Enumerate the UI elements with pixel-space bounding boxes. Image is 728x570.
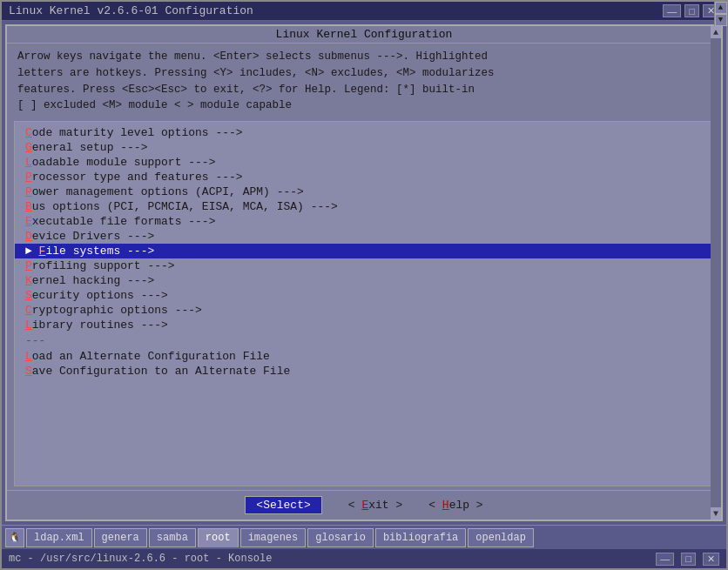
select-button[interactable]: <Select>: [245, 496, 321, 514]
menu-item-save-config[interactable]: Save Configuration to an Alternate File: [15, 364, 713, 379]
menu-item-security-options[interactable]: Security options --->: [15, 288, 713, 303]
scrollbar-track: [711, 38, 721, 507]
window-title: Linux Kernel v2.6.6-01 Configuration: [9, 4, 253, 17]
info-line-4: [ ] excluded <M> module < > module capab…: [17, 97, 711, 114]
scroll-up-button[interactable]: ▲: [711, 26, 721, 38]
taskbar: 🐧ldap.xmlgenerasambarootimagenesglosario…: [2, 525, 726, 549]
menu-item-general-setup[interactable]: General setup --->: [15, 140, 713, 155]
terminal-area: Linux Kernel Configuration Arrow keys na…: [2, 21, 726, 525]
menu-item-power-management[interactable]: Power management options (ACPI, APM) ---…: [15, 184, 713, 199]
menu-item-executable-formats[interactable]: Executable file formats --->: [15, 214, 713, 229]
status-minimize[interactable]: —: [656, 553, 674, 566]
taskbar-tab-root[interactable]: root: [198, 528, 239, 547]
menu-item-device-drivers[interactable]: Device Drivers --->: [15, 229, 713, 244]
menu-item-file-systems[interactable]: ► File systems --->: [15, 244, 713, 258]
outer-scroll-down[interactable]: ▼: [715, 14, 727, 26]
info-line-3: features. Press <Esc><Esc> to exit, <?> …: [17, 82, 711, 98]
status-close[interactable]: ✕: [703, 553, 719, 566]
menu-item-profiling-support[interactable]: Profiling support --->: [15, 258, 713, 273]
taskbar-tab-openldap[interactable]: openldap: [468, 528, 534, 547]
menu-item-cryptographic-options[interactable]: Cryptographic options --->: [15, 303, 713, 318]
menu-item-load-config[interactable]: Load an Alternate Configuration File: [15, 349, 713, 364]
scroll-down-button[interactable]: ▼: [711, 507, 721, 520]
button-row: <Select> < Exit > < Help >: [7, 490, 721, 520]
help-button[interactable]: < Help >: [428, 499, 482, 512]
taskbar-icon: 🐧: [5, 528, 24, 547]
minimize-button[interactable]: —: [663, 4, 681, 17]
taskbar-tab-glosario[interactable]: glosario: [307, 528, 374, 547]
taskbar-tab-samba[interactable]: samba: [149, 528, 196, 547]
menu-item-loadable-module[interactable]: Loadable module support --->: [15, 155, 713, 170]
outer-scrollbar[interactable]: ▲ ▼: [714, 2, 726, 26]
title-bar: Linux Kernel v2.6.6-01 Configuration — □…: [2, 2, 726, 21]
dialog-title: Linux Kernel Configuration: [7, 26, 721, 44]
dialog-box: Linux Kernel Configuration Arrow keys na…: [5, 24, 723, 521]
menu-separator: ---: [15, 332, 713, 349]
status-bar-right: — □ ✕: [656, 553, 719, 566]
dialog-scrollbar[interactable]: ▲ ▼: [711, 26, 721, 520]
menu-item-library-routines[interactable]: Library routines --->: [15, 318, 713, 332]
info-line-1: Arrow keys navigate the menu. <Enter> se…: [17, 49, 711, 65]
status-text: mc - /usr/src/linux-2.6.6 - root - Konso…: [9, 553, 272, 565]
info-text: Arrow keys navigate the menu. <Enter> se…: [7, 44, 721, 117]
menu-list: Code maturity level options ---> General…: [14, 121, 714, 486]
taskbar-tab-ldap[interactable]: ldap.xml: [26, 528, 92, 547]
status-bar: mc - /usr/src/linux-2.6.6 - root - Konso…: [2, 549, 726, 568]
info-line-2: letters are hotkeys. Pressing <Y> includ…: [17, 65, 711, 82]
exit-button[interactable]: < Exit >: [348, 499, 402, 512]
menu-item-kernel-hacking[interactable]: Kernel hacking --->: [15, 273, 713, 288]
status-maximize[interactable]: □: [681, 553, 696, 566]
main-window: Linux Kernel v2.6.6-01 Configuration — □…: [0, 0, 728, 570]
taskbar-tab-bibliografia[interactable]: bibliografia: [375, 528, 466, 547]
menu-item-processor-type[interactable]: Processor type and features --->: [15, 170, 713, 184]
outer-scroll-up[interactable]: ▲: [715, 2, 727, 14]
taskbar-tab-genera[interactable]: genera: [94, 528, 147, 547]
maximize-button[interactable]: □: [684, 4, 699, 17]
menu-item-bus-options[interactable]: Bus options (PCI, PCMCIA, EISA, MCA, ISA…: [15, 199, 713, 214]
menu-item-code-maturity[interactable]: Code maturity level options --->: [15, 125, 713, 140]
taskbar-tab-imagenes[interactable]: imagenes: [240, 528, 307, 547]
